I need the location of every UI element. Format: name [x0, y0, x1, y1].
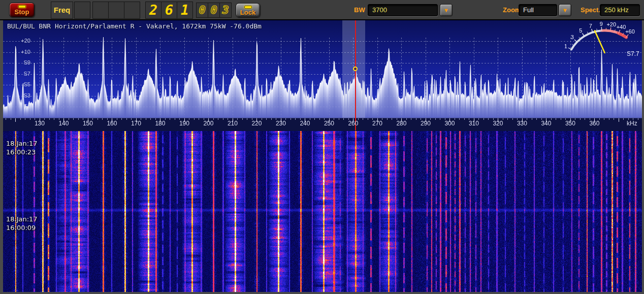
freq-tick-label: 330 — [517, 120, 527, 127]
freq-tick-label: 240 — [300, 120, 310, 127]
freq-digits-empty-group — [92, 2, 140, 19]
freq-tick-label: 350 — [565, 120, 575, 127]
timestamp-date: 18.Jan:17 — [6, 215, 38, 223]
freq-tick-label: 310 — [469, 120, 479, 127]
freq-digit-empty[interactable] — [92, 2, 109, 19]
freq-tick-label: 290 — [421, 120, 431, 127]
freq-tick-label: 280 — [396, 120, 406, 127]
freq-digit-empty[interactable] — [108, 2, 124, 19]
frequency-unit-label: kHz — [627, 120, 637, 127]
freq-tick-label: 140 — [58, 120, 69, 127]
lock-button-label: Lock — [236, 9, 260, 16]
meter-needle — [595, 30, 605, 53]
meter-scale-label: +60 — [625, 28, 635, 35]
freq-digit[interactable]: 2 — [145, 2, 162, 19]
freq-digit-empty[interactable] — [124, 2, 140, 19]
spectrum-panel: BUL/BUL BNR Horizont/Parlament R - Vakar… — [3, 20, 642, 131]
freq-digits-small: 003 — [196, 2, 231, 18]
freq-tick-label: 180 — [155, 120, 165, 127]
freq-tick-label: 320 — [493, 120, 503, 127]
freq-tick-label: 360 — [589, 120, 599, 127]
freq-tick-label: 160 — [107, 120, 117, 127]
window-frame-bottom — [0, 292, 644, 294]
freq-tick-label: 150 — [83, 120, 93, 127]
bw-select[interactable]: 3700 — [368, 4, 438, 16]
db-label: S1 — [13, 103, 30, 109]
s-meter-gauge: 13579+20+40+60S7.7 — [565, 21, 642, 59]
waterfall-timestamp: 18.Jan:17 16:00:23 — [6, 139, 38, 156]
bw-dropdown-arrow-icon[interactable]: ▼ — [440, 4, 453, 16]
meter-scale-label: +40 — [617, 24, 626, 30]
db-label: S7 — [13, 71, 30, 77]
freq-digit[interactable]: 0 — [196, 3, 208, 18]
sdr-console-window: Stop Freq 261 003 Lock BW 3700 ▼ Zoom Fu… — [0, 0, 644, 294]
meter-scale-label: 3 — [571, 34, 574, 40]
tuned-frequency-line[interactable] — [355, 20, 356, 130]
lock-button[interactable]: Lock — [236, 3, 260, 17]
timestamp-time: 16:00:09 — [6, 223, 38, 232]
freq-tick-label: 190 — [179, 120, 189, 127]
meter-scale-label: +20 — [606, 21, 616, 27]
zoom-dropdown-arrow-icon[interactable]: ▼ — [559, 4, 571, 16]
bw-label: BW — [354, 6, 365, 14]
freq-tick-label: 250 — [324, 120, 334, 127]
zoom-select[interactable]: Full — [519, 4, 557, 16]
db-label: S3 — [13, 92, 30, 99]
meter-reading: S7.7 — [627, 50, 639, 57]
waterfall-canvas[interactable] — [3, 131, 642, 292]
freq-digit[interactable]: 3 — [219, 3, 232, 18]
freq-tick-label: 340 — [541, 120, 551, 127]
freq-tick-label: 130 — [35, 120, 45, 127]
meter-scale-label: 5 — [579, 27, 582, 34]
freq-tick-label: 220 — [251, 120, 262, 127]
freq-tick-label: 170 — [131, 120, 141, 127]
db-label: S9 — [13, 59, 30, 66]
window-frame-right — [642, 20, 644, 294]
toolbar: Stop Freq 261 003 Lock BW 3700 ▼ Zoom Fu… — [0, 0, 644, 20]
spect-label: Spect. — [581, 6, 600, 14]
freq-digit[interactable]: 6 — [161, 2, 177, 19]
db-label: +10 — [13, 49, 30, 55]
freq-tick-label: 260 — [348, 120, 358, 127]
freq-tick-label: 230 — [276, 120, 286, 127]
freq-tick-label: 210 — [228, 120, 238, 127]
freq-mode-button[interactable]: Freq — [51, 2, 73, 19]
spect-value[interactable]: 250 kHz — [600, 4, 640, 16]
waterfall-panel: 18.Jan:17 16:00:23 18.Jan:17 16:00:09 — [3, 131, 642, 292]
freq-digits-empty-single — [74, 2, 90, 19]
freq-digits-main: 261 — [145, 2, 192, 19]
meter-scale-label: 9 — [600, 21, 603, 27]
timestamp-date: 18.Jan:17 — [6, 139, 38, 148]
freq-digit[interactable]: 1 — [177, 2, 193, 19]
tuned-frequency-marker-icon[interactable] — [353, 67, 358, 71]
stop-button-label: Stop — [10, 8, 34, 16]
freq-tick-label: 270 — [372, 120, 382, 127]
meter-scale-label: 7 — [589, 23, 592, 29]
waterfall-timestamp: 18.Jan:17 16:00:09 — [6, 215, 38, 232]
db-label: +20 — [13, 38, 30, 44]
meter-scale-label: 1 — [565, 43, 567, 49]
freq-digit-empty[interactable] — [74, 2, 90, 19]
freq-tick-label: 200 — [203, 120, 213, 127]
timestamp-time: 16:00:23 — [6, 148, 38, 156]
freq-digit[interactable]: 0 — [208, 3, 220, 18]
spectrum-canvas[interactable] — [3, 20, 642, 131]
stop-button[interactable]: Stop — [9, 3, 35, 17]
freq-tick-label: 300 — [444, 120, 455, 127]
station-info-text: BUL/BUL BNR Horizont/Parlament R - Vakar… — [7, 22, 262, 30]
db-label: S5 — [13, 81, 30, 87]
